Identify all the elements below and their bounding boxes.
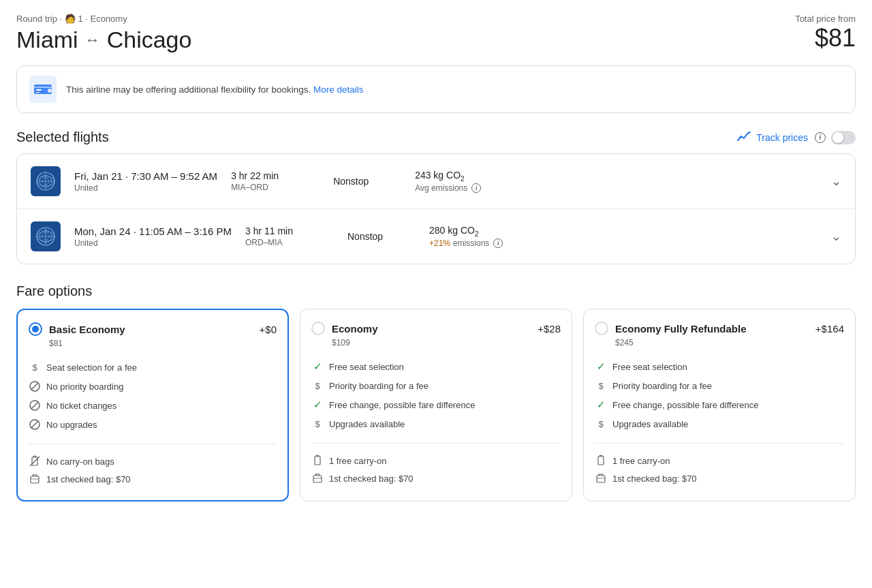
checked-bag-icon: [311, 472, 324, 484]
fare-features-basic: $ Seat selection for a fee No priority b…: [29, 358, 277, 434]
flights-card: Fri, Jan 21 · 7:30 AM – 9:52 AM United 3…: [16, 153, 856, 264]
fare-base-price-economy: $109: [332, 338, 561, 347]
fare-header-basic: Basic Economy +$0: [29, 322, 277, 336]
list-item: ✓ Free change, possible fare difference: [595, 395, 844, 414]
fare-bag-row: No carry-on bags: [29, 452, 277, 470]
origin-city: Miami: [16, 27, 78, 53]
track-prices-label[interactable]: Track prices: [756, 132, 808, 143]
fare-bag-row: 1st checked bag: $70: [595, 469, 844, 487]
check-icon: ✓: [595, 399, 607, 411]
trending-icon: [737, 131, 751, 144]
dollar-icon: $: [595, 418, 607, 430]
fare-price-diff-economy: +$28: [538, 323, 561, 335]
fare-divider: [595, 443, 844, 444]
more-details-link[interactable]: More details: [313, 84, 364, 95]
route-title: Miami ↔ Chicago: [16, 27, 191, 53]
svg-rect-50: [597, 476, 605, 482]
no-icon: [29, 399, 41, 412]
flight-1-airline: United: [74, 183, 217, 193]
flight-2-time-info: Mon, Jan 24 · 11:05 AM – 3:16 PM United: [74, 226, 232, 248]
track-prices-info-icon[interactable]: i: [815, 132, 826, 143]
flight-1-duration: 3 hr 22 min MIA–ORD: [231, 170, 320, 192]
no-icon: [29, 380, 41, 392]
flight-1-emissions: 243 kg CO2 Avg emissions i: [415, 170, 818, 194]
track-prices-toggle[interactable]: [831, 131, 856, 144]
header-right: Total price from $81: [795, 14, 856, 52]
fare-features-economy: ✓ Free seat selection $ Priority boardin…: [311, 357, 561, 433]
route-arrow-icon: ↔: [85, 31, 100, 49]
list-item: $ Upgrades available: [311, 414, 561, 433]
flight-2-emissions: 280 kg CO2 +21% emissions i: [429, 225, 818, 249]
svg-rect-31: [31, 476, 39, 483]
selected-flights-title: Selected flights: [16, 129, 109, 145]
flight-2-stops: Nonstop: [347, 231, 416, 242]
fare-card-basic-economy[interactable]: Basic Economy +$0 $81 $ Seat selection f…: [16, 309, 289, 501]
flight-2-datetime: Mon, Jan 24 · 11:05 AM – 3:16 PM: [74, 226, 232, 237]
svg-point-5: [48, 89, 52, 93]
radio-inner-basic: [32, 326, 39, 332]
svg-rect-3: [36, 89, 42, 91]
flight-2-airline: United: [74, 238, 232, 248]
flight-1-stops: Nonstop: [333, 176, 401, 187]
dollar-icon: $: [311, 418, 324, 430]
fare-card-refundable[interactable]: Economy Fully Refundable +$164 $245 ✓ Fr…: [583, 309, 856, 501]
checked-bag-icon: [595, 472, 607, 484]
fare-bag-row: 1 free carry-on: [311, 452, 561, 469]
fare-name-group: Economy: [311, 322, 378, 335]
trip-meta: Round trip · 🧑 1 · Economy: [16, 14, 191, 24]
dollar-icon: $: [595, 380, 607, 392]
flexibility-banner: This airline may be offering additional …: [16, 65, 856, 113]
destination-city: Chicago: [107, 27, 192, 53]
fare-price-diff-refundable: +$164: [815, 323, 844, 335]
fare-radio-refundable[interactable]: [595, 322, 608, 335]
svg-rect-37: [315, 457, 320, 465]
fare-header-refundable: Economy Fully Refundable +$164: [595, 322, 844, 335]
fare-bag-row: 1st checked bag: $70: [311, 469, 561, 487]
list-item: ✓ Free change, possible fare difference: [311, 395, 561, 414]
selected-flights-section-header: Selected flights Track prices i: [16, 129, 856, 145]
carry-on-icon: [595, 454, 607, 467]
svg-rect-4: [36, 92, 40, 93]
list-item: $ Upgrades available: [595, 414, 844, 433]
fare-divider: [311, 443, 561, 444]
track-prices-group: Track prices i: [737, 131, 856, 144]
flight-2-duration: 3 hr 11 min ORD–MIA: [245, 226, 334, 247]
svg-rect-2: [34, 87, 52, 88]
fare-name-basic: Basic Economy: [49, 324, 125, 335]
check-icon: ✓: [311, 399, 324, 411]
airline-logo: [31, 166, 61, 196]
svg-rect-46: [598, 457, 604, 465]
fare-name-group: Economy Fully Refundable: [595, 322, 747, 335]
svg-rect-41: [313, 476, 322, 482]
list-item: $ Priority boarding for a fee: [311, 376, 561, 395]
fare-radio-basic[interactable]: [29, 322, 42, 336]
dollar-icon: $: [29, 361, 41, 373]
fare-name-group: Basic Economy: [29, 322, 125, 336]
flight-1-time-info: Fri, Jan 21 · 7:30 AM – 9:52 AM United: [74, 170, 217, 193]
emissions-info-icon-2[interactable]: i: [493, 238, 503, 248]
page-header: Round trip · 🧑 1 · Economy Miami ↔ Chica…: [16, 14, 856, 53]
svg-line-30: [30, 457, 40, 466]
header-left: Round trip · 🧑 1 · Economy Miami ↔ Chica…: [16, 14, 191, 53]
fare-cards: Basic Economy +$0 $81 $ Seat selection f…: [16, 309, 856, 501]
check-icon: ✓: [311, 360, 324, 373]
list-item: $ Priority boarding for a fee: [595, 376, 844, 395]
emissions-info-icon[interactable]: i: [471, 183, 481, 193]
no-carry-on-icon: [29, 455, 41, 467]
checked-bag-icon: [29, 473, 41, 485]
flight-2-expand-icon[interactable]: ⌄: [831, 229, 841, 244]
list-item: No upgrades: [29, 415, 277, 434]
fare-radio-economy[interactable]: [311, 322, 325, 335]
fare-header-economy: Economy +$28: [311, 322, 561, 335]
flight-row[interactable]: Fri, Jan 21 · 7:30 AM – 9:52 AM United 3…: [17, 154, 855, 209]
fare-card-economy[interactable]: Economy +$28 $109 ✓ Free seat selection …: [300, 309, 572, 501]
fare-base-price-refundable: $245: [615, 338, 844, 347]
flight-row[interactable]: Mon, Jan 24 · 11:05 AM – 3:16 PM United …: [17, 209, 855, 264]
svg-line-25: [31, 421, 38, 428]
flight-1-expand-icon[interactable]: ⌄: [831, 174, 841, 189]
svg-line-23: [31, 402, 38, 409]
carry-on-icon: [311, 454, 324, 467]
fare-divider: [29, 444, 277, 444]
list-item: ✓ Free seat selection: [595, 357, 844, 376]
fare-name-economy: Economy: [332, 323, 378, 335]
